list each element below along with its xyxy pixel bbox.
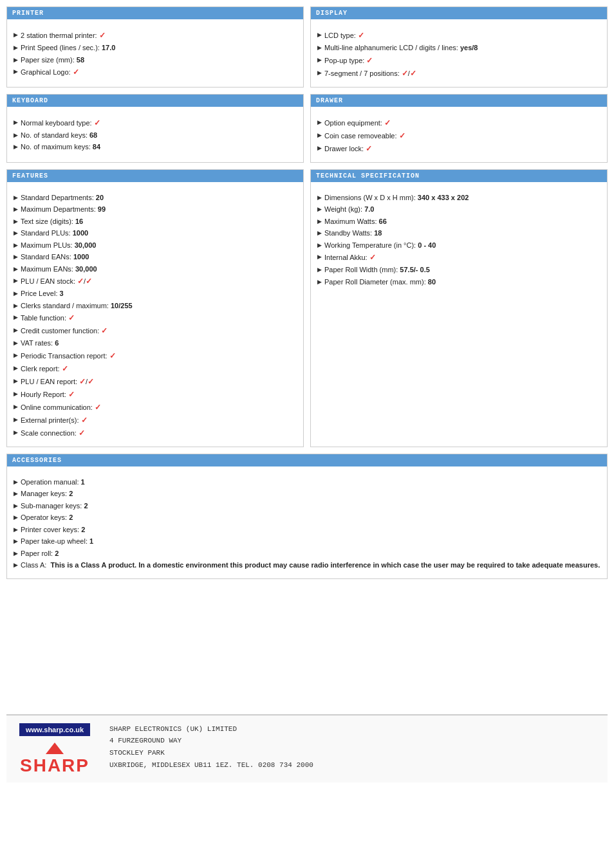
sharp-logo-group: SHARP	[20, 743, 89, 776]
list-item: ▶Coin case removeable: ✓	[317, 130, 600, 142]
drawer-header: DRAWER	[311, 95, 607, 107]
bullet-icon: ▶	[317, 229, 322, 238]
bullet-icon: ▶	[14, 131, 18, 140]
bullet-icon: ▶	[317, 144, 322, 153]
bullet-icon: ▶	[14, 205, 18, 214]
list-item: ▶Dimensions (W x D x H mm): 340 x 433 x …	[317, 192, 600, 203]
bullet-icon: ▶	[14, 339, 18, 348]
keyboard-body: ▶Normal keyboard type: ✓ ▶No. of standar…	[7, 112, 303, 160]
page-wrapper: PRINTER ▶2 station thermal printer: ✓ ▶P…	[0, 0, 614, 789]
list-item: ▶Maximum Watts: 66	[317, 216, 600, 227]
bullet-icon: ▶	[14, 56, 18, 65]
list-item: ▶Standard EANs: 1000	[14, 252, 297, 263]
list-item: ▶Standard PLUs: 1000	[14, 228, 297, 239]
list-item: ▶Sub-manager keys: 2	[14, 501, 600, 512]
bullet-icon: ▶	[317, 241, 322, 250]
bullet-icon: ▶	[317, 205, 322, 214]
bullet-icon: ▶	[14, 403, 18, 412]
list-item: ▶Manager keys: 2	[14, 488, 600, 499]
bullet-icon: ▶	[14, 364, 18, 373]
bullet-icon: ▶	[317, 69, 322, 78]
list-item: ▶LCD type: ✓	[317, 30, 600, 41]
list-item: ▶Maximum EANs: 30,000	[14, 264, 297, 275]
list-item: ▶No. of maximum keys: 84	[14, 142, 297, 152]
bullet-icon: ▶	[14, 277, 18, 286]
list-item: ▶Drawer lock: ✓	[317, 143, 600, 154]
accessories-body: ▶Operation manual: 1 ▶Manager keys: 2 ▶S…	[7, 472, 607, 578]
list-item: ▶Text size (digits): 16	[14, 216, 297, 227]
display-list: ▶LCD type: ✓ ▶Multi-line alphanumeric LC…	[317, 30, 600, 79]
bullet-icon: ▶	[14, 44, 18, 53]
bullet-icon: ▶	[14, 561, 18, 570]
list-item: ▶Option equipment: ✓	[317, 117, 600, 129]
list-item: ▶Operator keys: 2	[14, 512, 600, 523]
bullet-icon: ▶	[317, 194, 322, 203]
bullet-icon: ▶	[14, 229, 18, 238]
list-item: ▶Internal Akku: ✓	[317, 252, 600, 263]
list-item: ▶Scale connection: ✓	[14, 427, 297, 439]
accessories-header: ACCESSORIES	[7, 454, 607, 466]
footer: www.sharp.co.uk SHARP SHARP ELECTRONICS …	[6, 714, 608, 782]
bullet-icon: ▶	[317, 253, 322, 262]
list-item: ▶External printer(s): ✓	[14, 414, 297, 426]
bullet-icon: ▶	[14, 302, 18, 311]
list-item: ▶ Class A: This is a Class A product. In…	[14, 560, 600, 571]
bullet-icon: ▶	[14, 31, 18, 40]
list-item: ▶VAT rates: 6	[14, 338, 297, 349]
bullet-icon: ▶	[14, 118, 18, 127]
list-item: ▶Print Speed (lines / sec.): 17.0	[14, 42, 297, 53]
bullet-icon: ▶	[14, 265, 18, 274]
bullet-icon: ▶	[14, 549, 18, 559]
bullet-icon: ▶	[317, 278, 322, 287]
list-item: ▶Maximum Departments: 99	[14, 204, 297, 215]
bullet-icon: ▶	[14, 478, 18, 487]
footer-address: SHARP ELECTRONICS (UK) LIMITED 4 FURZEGR…	[109, 723, 313, 771]
drawer-section: DRAWER ▶Option equipment: ✓ ▶Coin case r…	[310, 94, 608, 163]
list-item: ▶Online communication: ✓	[14, 402, 297, 413]
list-item: ▶Operation manual: 1	[14, 477, 600, 488]
bullet-icon: ▶	[14, 194, 18, 203]
list-item: ▶PLU / EAN stock: ✓/✓	[14, 275, 297, 287]
list-item: ▶Normal keyboard type: ✓	[14, 117, 297, 129]
features-list: ▶Standard Departments: 20 ▶Maximum Depar…	[14, 192, 297, 439]
list-item: ▶PLU / EAN report: ✓/✓	[14, 376, 297, 387]
list-item: ▶Pop-up type: ✓	[317, 55, 600, 66]
bullet-icon: ▶	[14, 429, 18, 438]
sharp-logo-text: SHARP	[20, 755, 89, 776]
list-item: ▶Periodic Transaction report: ✓	[14, 350, 297, 362]
bullet-icon: ▶	[14, 351, 18, 360]
list-item: ▶Paper take-up wheel: 1	[14, 536, 600, 547]
display-header: DISPLAY	[311, 7, 607, 19]
bullet-icon: ▶	[14, 537, 18, 546]
bullet-icon: ▶	[14, 253, 18, 262]
printer-header: PRINTER	[7, 7, 303, 19]
list-item: ▶Table function: ✓	[14, 312, 297, 324]
bullet-icon: ▶	[14, 526, 18, 535]
bullet-icon: ▶	[14, 313, 18, 322]
bullet-icon: ▶	[14, 241, 18, 250]
keyboard-list: ▶Normal keyboard type: ✓ ▶No. of standar…	[14, 117, 297, 152]
display-section: DISPLAY ▶LCD type: ✓ ▶Multi-line alphanu…	[310, 6, 608, 88]
bullet-icon: ▶	[317, 266, 322, 275]
sharp-triangle-icon	[46, 743, 64, 754]
keyboard-header: KEYBOARD	[7, 95, 303, 107]
website-label[interactable]: www.sharp.co.uk	[19, 723, 90, 736]
technical-list: ▶Dimensions (W x D x H mm): 340 x 433 x …	[317, 192, 600, 288]
address-line2: STOCKLEY PARK	[109, 747, 313, 759]
bullet-icon: ▶	[317, 217, 322, 226]
list-item: ▶Hourly Report: ✓	[14, 389, 297, 400]
bullet-icon: ▶	[317, 44, 322, 53]
display-body: ▶LCD type: ✓ ▶Multi-line alphanumeric LC…	[311, 24, 607, 87]
features-section: FEATURES ▶Standard Departments: 20 ▶Maxi…	[6, 169, 304, 447]
bullet-icon: ▶	[14, 68, 18, 77]
list-item: ▶2 station thermal printer: ✓	[14, 30, 297, 41]
accessories-list: ▶Operation manual: 1 ▶Manager keys: 2 ▶S…	[14, 477, 600, 571]
list-item: ▶Graphical Logo: ✓	[14, 66, 297, 78]
bullet-icon: ▶	[14, 490, 18, 499]
technical-section: TECHNICAL SPECIFICATION ▶Dimensions (W x…	[310, 169, 608, 447]
bullet-icon: ▶	[14, 377, 18, 386]
list-item: ▶Paper size (mm): 58	[14, 55, 297, 66]
bullet-icon: ▶	[317, 131, 322, 140]
technical-body: ▶Dimensions (W x D x H mm): 340 x 433 x …	[311, 187, 607, 295]
list-item: ▶Printer cover keys: 2	[14, 524, 600, 535]
